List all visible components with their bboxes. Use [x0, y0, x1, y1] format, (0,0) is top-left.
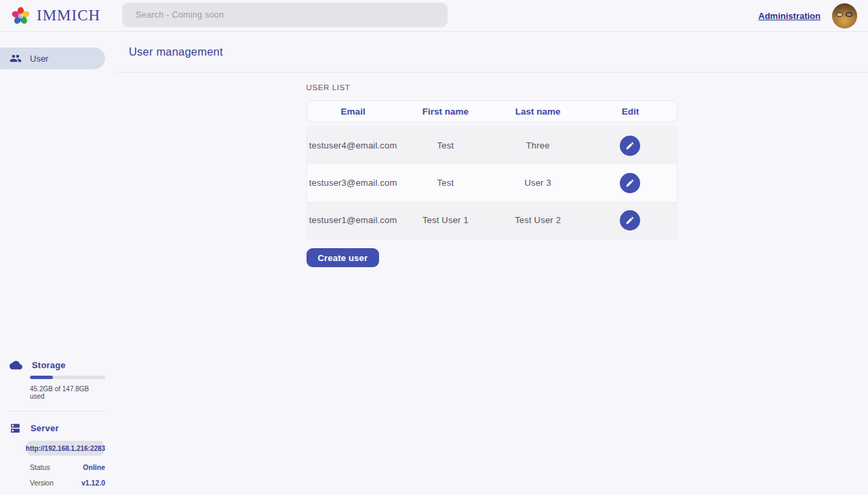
- edit-user-button[interactable]: [620, 173, 640, 193]
- top-bar: IMMICH Administration: [0, 0, 868, 32]
- pencil-icon: [625, 216, 635, 225]
- page-title-band: User management: [115, 32, 868, 73]
- cloud-icon: [9, 360, 22, 370]
- version-label: Version: [30, 479, 54, 487]
- user-email-cell: testuser3@email.com: [307, 178, 399, 188]
- main-content: User management USER LIST Email First na…: [115, 32, 868, 495]
- table-row: testuser4@email.com Test Three: [307, 127, 677, 164]
- app-body: User Storage 45.2GB of 147.8GB used Serv…: [0, 32, 868, 495]
- column-header-edit: Edit: [584, 106, 676, 117]
- sidebar-status-panel: Storage 45.2GB of 147.8GB used Server ht…: [0, 360, 115, 495]
- user-table-container: USER LIST Email First name Last name Edi…: [307, 83, 677, 267]
- administration-link[interactable]: Administration: [758, 11, 821, 21]
- column-header-last-name: Last name: [492, 106, 584, 117]
- user-list-area: USER LIST Email First name Last name Edi…: [115, 73, 868, 495]
- user-first-name-cell: Test: [399, 178, 492, 188]
- pencil-icon: [625, 141, 635, 151]
- admin-sidebar: User Storage 45.2GB of 147.8GB used Serv…: [0, 32, 115, 495]
- storage-usage-text: 45.2GB of 147.8GB used: [30, 385, 105, 400]
- storage-progress-fill: [30, 376, 53, 379]
- table-header-row: Email First name Last name Edit: [307, 100, 677, 122]
- pencil-icon: [625, 178, 635, 188]
- sidebar-item-users[interactable]: User: [0, 47, 105, 69]
- table-row: testuser3@email.com Test User 3: [307, 164, 677, 201]
- server-title: Server: [31, 423, 59, 433]
- server-status-row: Status Online: [30, 463, 105, 471]
- immich-flower-icon: [10, 5, 31, 26]
- edit-user-button[interactable]: [620, 136, 640, 156]
- avatar-glasses-detail: [836, 12, 843, 17]
- user-last-name-cell: Three: [492, 140, 584, 151]
- user-avatar[interactable]: [832, 3, 857, 28]
- sidebar-item-label: User: [30, 54, 48, 64]
- user-last-name-cell: User 3: [492, 178, 584, 188]
- user-first-name-cell: Test: [399, 140, 492, 151]
- table-row: testuser1@email.com Test User 1 Test Use…: [307, 201, 677, 239]
- server-url-badge: http://192.168.1.216:2283: [27, 441, 104, 456]
- edit-user-button[interactable]: [620, 210, 640, 231]
- storage-header: Storage: [9, 360, 105, 370]
- column-header-email: Email: [307, 106, 399, 117]
- user-email-cell: testuser4@email.com: [307, 140, 399, 151]
- column-header-first-name: First name: [399, 106, 492, 117]
- create-user-button[interactable]: Create user: [307, 248, 380, 267]
- table-body: testuser4@email.com Test Three te: [307, 126, 677, 239]
- immich-logo[interactable]: IMMICH: [0, 5, 112, 26]
- server-version-row: Version v1.12.0: [30, 479, 105, 487]
- user-last-name-cell: Test User 2: [492, 215, 584, 225]
- section-title: USER LIST: [307, 83, 677, 92]
- server-icon: [9, 422, 21, 434]
- server-header: Server: [9, 422, 105, 434]
- users-group-icon: [9, 52, 22, 64]
- server-url-text: http://192.168.1.216:2283: [26, 445, 105, 452]
- sidebar-divider: [9, 411, 105, 412]
- version-value: v1.12.0: [81, 479, 105, 487]
- storage-title: Storage: [32, 360, 66, 370]
- storage-progress-bar: [30, 376, 105, 379]
- user-first-name-cell: Test User 1: [399, 215, 492, 225]
- logo-wordmark: IMMICH: [37, 7, 100, 24]
- status-label: Status: [30, 463, 50, 471]
- user-email-cell: testuser1@email.com: [307, 215, 399, 225]
- status-value: Online: [83, 463, 105, 471]
- search-input[interactable]: [122, 3, 448, 27]
- top-bar-right: Administration: [758, 0, 857, 32]
- page-title: User management: [129, 45, 223, 58]
